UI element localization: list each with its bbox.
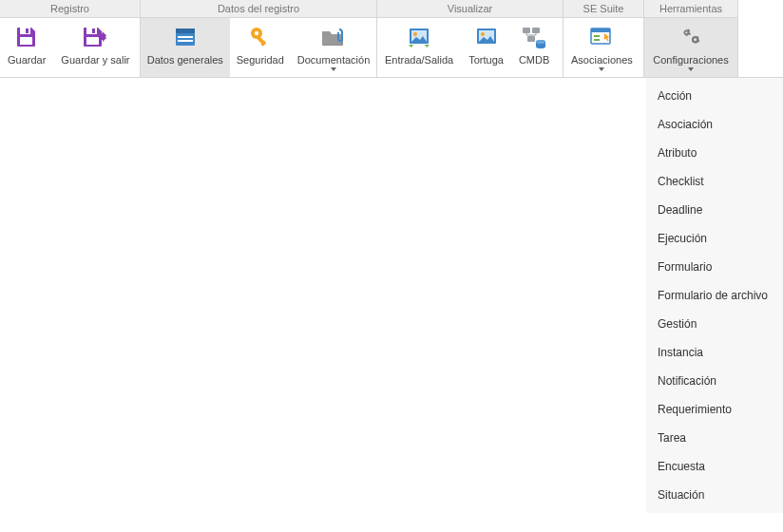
svg-rect-28 <box>591 28 610 32</box>
svg-point-25 <box>536 45 545 48</box>
menu-item-asociacion[interactable]: Asociación <box>646 110 783 139</box>
save-exit-label: Guardar y salir <box>61 54 129 66</box>
menu-item-encuesta[interactable]: Encuesta <box>646 452 783 481</box>
svg-rect-20 <box>523 28 530 33</box>
form-icon <box>172 24 199 50</box>
menu-item-formulario[interactable]: Formulario <box>646 253 783 281</box>
configuraciones-button[interactable]: Configuraciones <box>644 18 737 77</box>
gears-icon <box>678 24 704 50</box>
group-header-visualizar: Visualizar <box>377 0 563 18</box>
save-button[interactable]: Guardar <box>0 18 53 77</box>
svg-point-16 <box>413 32 417 36</box>
svg-rect-4 <box>92 28 95 33</box>
window-link-icon <box>588 24 615 50</box>
image-icon <box>473 24 500 50</box>
svg-point-11 <box>255 31 258 35</box>
image-arrows-icon <box>406 24 432 50</box>
group-header-registro: Registro <box>0 0 140 18</box>
save-icon <box>13 24 40 50</box>
menu-item-instancia[interactable]: Instancia <box>646 338 783 367</box>
menu-item-atributo[interactable]: Atributo <box>646 139 783 167</box>
group-header-datos: Datos del registro <box>141 0 376 18</box>
svg-rect-0 <box>20 28 30 34</box>
configuraciones-label: Configuraciones <box>653 54 729 66</box>
chevron-down-icon <box>331 67 336 71</box>
tortuga-label: Tortuga <box>468 54 504 66</box>
configuraciones-menu: Acción Asociación Atributo Checklist Dea… <box>646 77 783 513</box>
save-exit-icon <box>82 24 108 50</box>
menu-item-requerimiento[interactable]: Requerimiento <box>646 395 783 424</box>
svg-rect-5 <box>86 37 99 45</box>
documentacion-button[interactable]: Documentación <box>291 18 376 77</box>
svg-point-34 <box>694 38 697 41</box>
datos-generales-label: Datos generales <box>147 54 223 66</box>
menu-item-notificacion[interactable]: Notificación <box>646 367 783 395</box>
datos-generales-button[interactable]: Datos generales <box>141 18 230 77</box>
svg-rect-7 <box>176 28 195 33</box>
chevron-down-icon <box>599 67 604 71</box>
entrada-salida-button[interactable]: Entrada/Salida <box>377 18 461 77</box>
svg-rect-8 <box>178 36 193 38</box>
save-label: Guardar <box>8 54 46 66</box>
svg-rect-22 <box>527 36 535 42</box>
cmdb-label: CMDB <box>519 54 549 66</box>
key-icon <box>247 24 274 50</box>
group-visualizar: Visualizar Entrada/Salida <box>377 0 563 77</box>
menu-item-formulario-archivo[interactable]: Formulario de archivo <box>646 281 783 310</box>
svg-rect-3 <box>86 28 97 34</box>
documentacion-label: Documentación <box>297 54 370 66</box>
svg-rect-21 <box>532 28 540 33</box>
menu-item-tarea[interactable]: Tarea <box>646 424 783 452</box>
menu-item-checklist[interactable]: Checklist <box>646 167 783 196</box>
group-header-sesuite: SE Suite <box>563 0 643 18</box>
save-exit-button[interactable]: Guardar y salir <box>53 18 137 77</box>
svg-rect-30 <box>594 39 600 41</box>
group-herramientas: Herramientas <box>644 0 738 77</box>
chevron-down-icon <box>688 67 694 71</box>
svg-rect-2 <box>20 37 32 45</box>
menu-item-ejecucion[interactable]: Ejecución <box>646 224 783 253</box>
group-header-herramientas: Herramientas <box>644 0 737 18</box>
entrada-salida-label: Entrada/Salida <box>385 54 453 66</box>
asociaciones-label: Asociaciones <box>571 54 633 66</box>
menu-item-accion[interactable]: Acción <box>646 82 783 110</box>
seguridad-label: Seguridad <box>237 54 284 66</box>
tortuga-button[interactable]: Tortuga <box>461 18 511 77</box>
svg-point-32 <box>685 31 687 33</box>
svg-point-19 <box>481 32 485 36</box>
cmdb-icon <box>521 24 547 50</box>
menu-item-situacion[interactable]: Situación <box>646 481 783 509</box>
svg-rect-1 <box>26 28 29 33</box>
svg-rect-29 <box>594 35 600 37</box>
asociaciones-button[interactable]: Asociaciones <box>563 18 640 77</box>
svg-rect-9 <box>178 40 193 42</box>
cmdb-button[interactable]: CMDB <box>511 18 557 77</box>
svg-point-26 <box>536 40 545 44</box>
seguridad-button[interactable]: Seguridad <box>230 18 292 77</box>
folder-clip-icon <box>320 24 347 50</box>
menu-item-gestion[interactable]: Gestión <box>646 310 783 338</box>
group-registro: Registro Guardar <box>0 0 141 77</box>
menu-item-deadline[interactable]: Deadline <box>646 196 783 224</box>
group-datos: Datos del registro Datos generales <box>141 0 377 77</box>
group-sesuite: SE Suite Asociaciones <box>563 0 644 77</box>
